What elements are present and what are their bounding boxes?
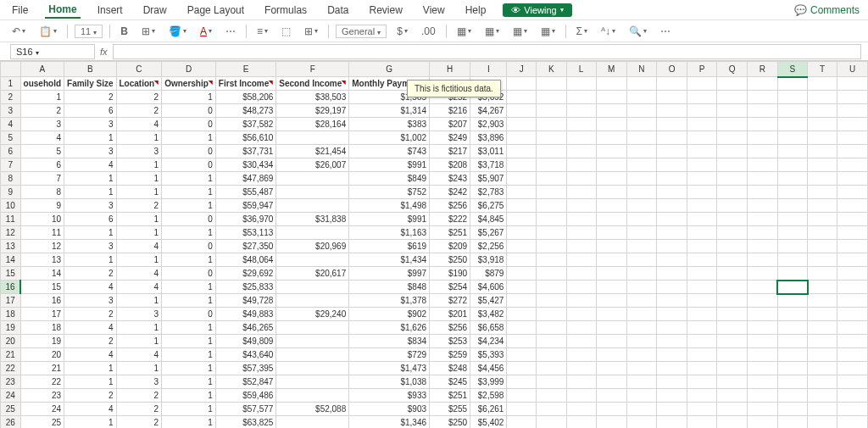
cell[interactable] <box>657 91 687 104</box>
cell[interactable]: 1 <box>162 403 216 416</box>
cell[interactable] <box>748 348 778 362</box>
col-header-I[interactable]: I <box>470 62 507 77</box>
cell[interactable] <box>717 348 748 362</box>
cell[interactable]: $27,350 <box>215 240 275 253</box>
cell[interactable] <box>717 186 748 199</box>
row-header-20[interactable]: 20 <box>1 335 21 348</box>
cell[interactable]: $383 <box>349 118 430 131</box>
cell[interactable]: 0 <box>162 240 216 253</box>
cell[interactable] <box>808 186 837 199</box>
cell[interactable]: 8 <box>20 186 64 199</box>
cell[interactable] <box>687 186 716 199</box>
cell[interactable]: 1 <box>162 294 216 308</box>
cell[interactable] <box>276 416 349 429</box>
cell[interactable] <box>748 253 778 267</box>
number-format[interactable]: General ▾ <box>336 25 387 38</box>
grid-container[interactable]: This is fictitious data. ABCDEFGHIJKLMNO… <box>0 61 868 428</box>
cell[interactable]: 4 <box>64 403 116 416</box>
cell[interactable]: $3,999 <box>470 375 507 389</box>
cell[interactable]: $6,275 <box>470 199 507 213</box>
cell[interactable] <box>537 226 566 240</box>
cell[interactable]: 1 <box>162 375 216 389</box>
cell[interactable]: 1 <box>20 91 64 104</box>
cell[interactable]: 1 <box>64 362 116 375</box>
cell[interactable]: $5,907 <box>470 172 507 186</box>
cell[interactable] <box>777 118 807 131</box>
cell[interactable] <box>717 240 748 253</box>
cell[interactable] <box>717 281 748 294</box>
cell[interactable] <box>276 186 349 199</box>
cell[interactable] <box>748 104 778 118</box>
cell[interactable] <box>687 104 716 118</box>
row-header-13[interactable]: 13 <box>1 240 21 253</box>
cell[interactable] <box>566 362 596 375</box>
cell[interactable] <box>748 403 778 416</box>
cell[interactable] <box>808 145 837 158</box>
cell[interactable]: $1,314 <box>349 104 430 118</box>
cell[interactable]: $3,896 <box>470 131 507 145</box>
cell[interactable]: 4 <box>116 281 162 294</box>
cell[interactable]: 21 <box>20 362 64 375</box>
cell[interactable] <box>777 281 807 294</box>
autosum-button[interactable]: Σ▾ <box>573 24 591 39</box>
cell[interactable] <box>596 321 626 335</box>
row-header-10[interactable]: 10 <box>1 199 21 213</box>
cell[interactable]: 2 <box>116 104 162 118</box>
cell[interactable] <box>507 321 537 335</box>
col-header-K[interactable]: K <box>537 62 566 77</box>
cell[interactable] <box>507 308 537 321</box>
cell[interactable]: $1,038 <box>349 375 430 389</box>
cell[interactable] <box>777 348 807 362</box>
cell[interactable]: $933 <box>349 389 430 403</box>
cell[interactable] <box>566 145 596 158</box>
cell[interactable] <box>837 186 868 199</box>
cell[interactable] <box>537 389 566 403</box>
cell[interactable]: $248 <box>430 362 470 375</box>
cell[interactable] <box>596 199 626 213</box>
cell[interactable]: 0 <box>162 267 216 281</box>
cell[interactable]: 6 <box>64 104 116 118</box>
cell[interactable]: $2,256 <box>470 240 507 253</box>
cell[interactable] <box>596 145 626 158</box>
row-header-24[interactable]: 24 <box>1 389 21 403</box>
cell[interactable]: 4 <box>20 131 64 145</box>
cell[interactable] <box>276 321 349 335</box>
cell[interactable] <box>748 308 778 321</box>
cell[interactable]: $57,577 <box>215 403 275 416</box>
cell[interactable] <box>837 226 868 240</box>
cell[interactable] <box>657 362 687 375</box>
cell[interactable]: 25 <box>20 416 64 429</box>
cell[interactable] <box>276 281 349 294</box>
cell[interactable]: $1,434 <box>349 253 430 267</box>
cell[interactable] <box>507 348 537 362</box>
cell[interactable] <box>657 158 687 172</box>
cell[interactable]: 1 <box>162 199 216 213</box>
cell[interactable] <box>777 403 807 416</box>
cell[interactable] <box>837 158 868 172</box>
cell[interactable] <box>596 91 626 104</box>
row-header-15[interactable]: 15 <box>1 267 21 281</box>
cell[interactable] <box>566 118 596 131</box>
cell[interactable] <box>596 348 626 362</box>
cell[interactable] <box>626 416 657 429</box>
col-header-U[interactable]: U <box>837 62 868 77</box>
cell[interactable]: $259 <box>430 348 470 362</box>
cell[interactable] <box>596 389 626 403</box>
cell[interactable]: $849 <box>349 172 430 186</box>
cell[interactable]: $48,273 <box>215 104 275 118</box>
cell[interactable] <box>748 267 778 281</box>
cell[interactable] <box>507 172 537 186</box>
cell[interactable]: $25,833 <box>215 281 275 294</box>
cell[interactable] <box>596 104 626 118</box>
cell[interactable] <box>596 253 626 267</box>
cond-format-button[interactable]: ▦▾ <box>453 24 475 39</box>
cell[interactable]: $222 <box>430 213 470 226</box>
cell[interactable] <box>837 199 868 213</box>
cell[interactable]: 4 <box>64 158 116 172</box>
cell[interactable] <box>717 145 748 158</box>
cell[interactable]: $1,346 <box>349 416 430 429</box>
cell[interactable]: 2 <box>116 416 162 429</box>
cell[interactable] <box>748 362 778 375</box>
cell[interactable]: 14 <box>20 267 64 281</box>
cell[interactable]: 1 <box>162 416 216 429</box>
